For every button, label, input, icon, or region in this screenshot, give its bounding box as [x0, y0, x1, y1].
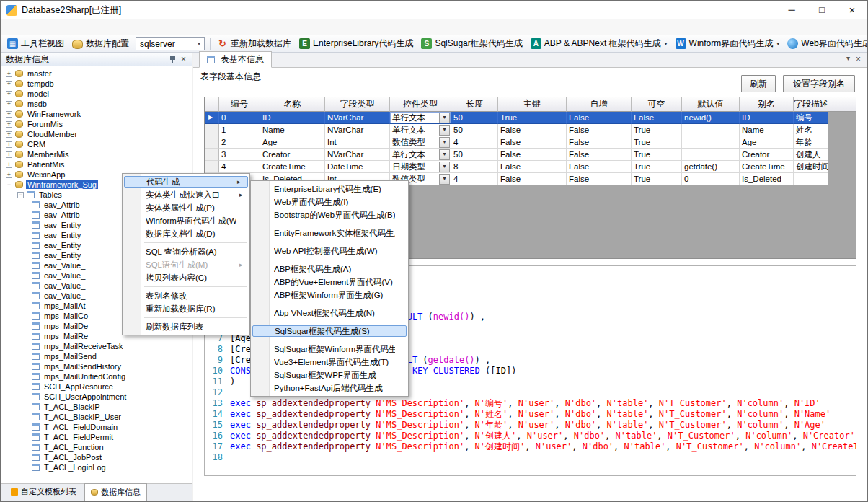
cell-identity[interactable]: False — [567, 112, 632, 124]
web-codegen-button[interactable]: Web界面代码生成 — [784, 36, 868, 51]
grid-header-identity[interactable]: 自增 — [567, 97, 632, 112]
cell-description[interactable]: 创建时间 — [794, 161, 828, 173]
cell-name[interactable]: ID — [260, 112, 325, 124]
combo-dropdown-icon[interactable] — [439, 149, 450, 160]
cell-number[interactable]: 2 — [219, 136, 260, 149]
expander-icon[interactable]: + — [6, 91, 12, 97]
chevron-down-icon[interactable] — [194, 40, 204, 47]
tree-item-table[interactable]: T_ACL_LoginLog — [1, 462, 192, 472]
table-row[interactable]: 4 CreateTime DateTime 日期类型 8 False False… — [205, 161, 828, 173]
cell-primary-key[interactable]: False — [498, 124, 567, 136]
context-menu-item[interactable]: 刷新数据库列表 — [123, 320, 249, 333]
expander-icon[interactable]: + — [6, 111, 12, 118]
submenu-item[interactable]: SqlSugar框架Winform界面代码生成(U) — [251, 343, 408, 356]
cell-name[interactable]: Creator — [260, 149, 325, 161]
tree-item-table[interactable]: T_ACL_FieldDomain — [1, 422, 192, 432]
submenu-item[interactable]: SqlSugar框架WPF界面生成 — [251, 369, 408, 382]
tree-item-table[interactable]: T_ACL_Function — [1, 442, 192, 452]
combo-dropdown-icon[interactable] — [439, 174, 450, 185]
context-menu-item[interactable] — [123, 315, 249, 320]
cell-length[interactable]: 4 — [451, 136, 498, 149]
db-config-button[interactable]: 数据库配置 — [68, 36, 133, 51]
submenu-item[interactable]: EntityFramework实体框架代码生成(F) — [251, 226, 408, 239]
cell-field-type[interactable]: DateTime — [325, 161, 390, 173]
refresh-button[interactable]: 刷新 — [741, 75, 776, 92]
grid-header-length[interactable]: 长度 — [451, 97, 498, 112]
cell-alias[interactable]: CreateTime — [740, 161, 794, 173]
cell-number[interactable]: 4 — [219, 161, 260, 173]
submenu-item[interactable]: Python+FastApi后端代码生成 — [251, 382, 408, 395]
combo-dropdown-icon[interactable] — [439, 125, 450, 136]
tree-item-database[interactable]: + CRM — [1, 139, 192, 149]
submenu-item[interactable]: ABP框架Winform界面生成(G) — [251, 289, 408, 301]
cell-length[interactable]: 50 — [451, 112, 498, 124]
cell-nullable[interactable]: True — [632, 149, 682, 161]
expander-icon[interactable]: + — [6, 151, 12, 158]
context-menu-item[interactable]: 数据库文档生成(D) — [123, 227, 249, 240]
table-row[interactable]: 0 ID NVarChar 单行文本 50 True False False n… — [205, 112, 828, 124]
cell-number[interactable]: 0 — [219, 112, 260, 124]
context-menu-item[interactable]: Winform界面代码生成(W) — [123, 214, 249, 227]
maximize-button[interactable] — [807, 1, 837, 19]
tabstrip-menu-icon[interactable] — [846, 54, 850, 64]
menubar-item[interactable] — [57, 26, 74, 29]
cell-name[interactable]: CreateTime — [260, 161, 325, 173]
enterpriselibrary-codegen-button[interactable]: EnterpriseLibrary代码生成 — [296, 36, 417, 51]
context-menu-item[interactable]: SQL 查询分析器(A) — [123, 245, 249, 258]
submenu-item[interactable] — [251, 338, 408, 343]
cell-description[interactable]: 年龄 — [794, 136, 828, 149]
expander-icon[interactable]: + — [6, 101, 12, 107]
tree-item-table[interactable]: T_ACL_FieldPermit — [1, 432, 192, 442]
grid-header-default[interactable]: 默认值 — [682, 97, 740, 112]
tree-item-database[interactable]: + master — [1, 69, 192, 79]
tree-item-table[interactable]: SCH_UserAppointment — [1, 392, 192, 402]
tabstrip-close-icon[interactable] — [856, 54, 861, 64]
cell-primary-key[interactable]: False — [498, 149, 567, 161]
cell-default[interactable] — [682, 136, 740, 149]
tree-item-database[interactable]: + CloudMember — [1, 129, 192, 139]
grid-header-field-type[interactable]: 字段类型 — [325, 97, 390, 112]
submenu-item[interactable]: Bootstrap的Web界面代码生成(B) — [251, 208, 408, 221]
grid-header-number[interactable]: 编号 — [219, 97, 260, 112]
tree-item-table[interactable]: T_ACL_JobPost — [1, 452, 192, 462]
tree-item-table[interactable]: mps_MailSendHistory — [1, 361, 192, 371]
cell-alias[interactable]: ID — [740, 112, 794, 124]
tree-item-table[interactable]: mps_MailSend — [1, 351, 192, 361]
cell-control-type[interactable]: 单行文本 — [390, 112, 451, 124]
tree-item-table[interactable]: SCH_AppResource — [1, 382, 192, 392]
set-alias-button[interactable]: 设置字段别名 — [783, 75, 855, 92]
grid-header-nullable[interactable]: 可空 — [632, 97, 682, 112]
cell-description[interactable]: 编号 — [794, 112, 828, 124]
cell-length[interactable]: 50 — [451, 149, 498, 161]
sqlsugar-codegen-button[interactable]: SqlSugar框架代码生成 — [417, 36, 526, 51]
cell-alias[interactable]: Age — [740, 136, 794, 149]
context-menu-item[interactable]: 拷贝列表内容(C) — [123, 271, 249, 284]
context-menu-item[interactable]: 实体类属性生成(P) — [123, 201, 249, 214]
context-menu-item[interactable]: SQL语句生成(M) — [123, 258, 249, 271]
context-menu-item[interactable]: 代码生成 — [124, 176, 248, 188]
cell-name[interactable]: Age — [260, 136, 325, 149]
grid-header-alias[interactable]: 别名 — [740, 97, 794, 112]
table-row[interactable]: 2 Age Int 数值类型 4 False False True Age — [205, 136, 828, 149]
abp-codegen-button[interactable]: ABP & ABPNext 框架代码生成 — [527, 36, 671, 51]
cell-field-type[interactable]: Int — [325, 136, 390, 149]
cell-default[interactable] — [682, 149, 740, 161]
submenu-item[interactable]: Abp VNext框架代码生成(N) — [251, 307, 408, 320]
expander-icon[interactable]: + — [6, 121, 12, 128]
cell-identity[interactable]: False — [567, 173, 632, 185]
cell-control-type[interactable]: 日期类型 — [390, 161, 451, 173]
reload-db-button[interactable]: 重新加载数据库 — [213, 36, 295, 51]
left-panel-close-icon[interactable] — [178, 54, 189, 65]
cell-number[interactable]: 1 — [219, 124, 260, 136]
cell-length[interactable]: 50 — [451, 124, 498, 136]
left-bottom-tab[interactable]: 数据库信息 — [84, 483, 147, 501]
cell-name[interactable]: Name — [260, 124, 325, 136]
table-row[interactable]: 1 Name NVarChar 单行文本 50 False False True… — [205, 124, 828, 136]
context-menu-item[interactable] — [123, 240, 249, 245]
tree-item-database[interactable]: + msdb — [1, 99, 192, 109]
tree-item-database[interactable]: + tempdb — [1, 79, 192, 89]
expander-icon[interactable]: + — [6, 162, 12, 168]
cell-identity[interactable]: False — [567, 161, 632, 173]
cell-alias[interactable]: Name — [740, 124, 794, 136]
context-menu-item[interactable]: 重新加载数据库(R) — [123, 302, 249, 315]
